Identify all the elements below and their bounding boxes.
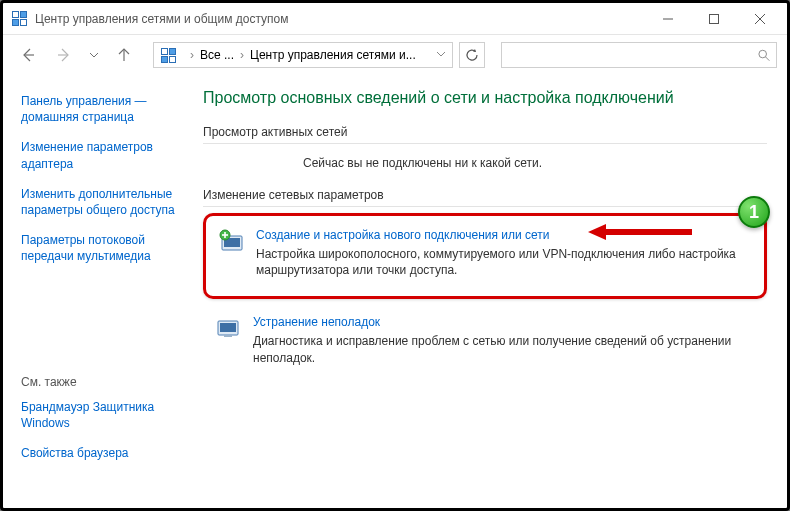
minimize-button[interactable]	[645, 4, 691, 34]
app-icon	[11, 11, 27, 27]
sidebar-link-media[interactable]: Параметры потоковой передачи мультимедиа	[21, 232, 193, 264]
window-title: Центр управления сетями и общим доступом	[35, 12, 645, 26]
forward-button[interactable]	[49, 40, 79, 70]
breadcrumb-root[interactable]: Все ...	[200, 48, 234, 62]
main-panel: Просмотр основных сведений о сети и наст…	[203, 75, 787, 508]
svg-line-2	[755, 14, 765, 24]
maximize-button[interactable]	[691, 4, 737, 34]
new-connection-desc: Настройка широкополосного, коммутируемог…	[256, 246, 752, 278]
troubleshoot-desc: Диагностика и исправление проблем с сеть…	[253, 333, 763, 365]
sidebar-link-firewall[interactable]: Брандмауэр Защитника Windows	[21, 399, 193, 431]
sidebar-link-browser[interactable]: Свойства браузера	[21, 445, 193, 461]
toolbar: › Все ... › Центр управления сетями и...	[3, 35, 787, 75]
annotation-highlight: 1 Соз	[203, 213, 767, 299]
sidebar-link-adapter[interactable]: Изменение параметров адаптера	[21, 139, 193, 171]
no-network-text: Сейчас вы не подключены ни к какой сети.	[203, 150, 767, 188]
troubleshoot-icon	[215, 315, 243, 365]
search-box[interactable]	[501, 42, 777, 68]
sidebar-link-home[interactable]: Панель управления — домашняя страница	[21, 93, 193, 125]
search-icon	[757, 48, 770, 62]
svg-point-7	[759, 50, 767, 58]
refresh-button[interactable]	[459, 42, 485, 68]
back-button[interactable]	[13, 40, 43, 70]
svg-line-3	[755, 14, 765, 24]
up-button[interactable]	[109, 40, 139, 70]
close-button[interactable]	[737, 4, 783, 34]
chevron-right-icon: ›	[240, 48, 244, 62]
svg-rect-16	[220, 323, 236, 332]
annotation-badge: 1	[738, 196, 770, 228]
window-frame: Центр управления сетями и общим доступом…	[0, 0, 790, 511]
see-also-label: См. также	[21, 375, 193, 389]
svg-rect-17	[224, 335, 232, 337]
new-connection-icon	[218, 228, 246, 278]
active-networks-label: Просмотр активных сетей	[203, 125, 767, 144]
svg-rect-1	[710, 14, 719, 23]
address-bar[interactable]: › Все ... › Центр управления сетями и...	[153, 42, 453, 68]
address-icon	[160, 47, 176, 63]
recent-dropdown[interactable]	[85, 40, 103, 70]
page-heading: Просмотр основных сведений о сети и наст…	[203, 89, 767, 107]
title-bar: Центр управления сетями и общим доступом	[3, 3, 787, 35]
change-params-label: Изменение сетевых параметров	[203, 188, 767, 207]
sidebar: Панель управления — домашняя страница Из…	[3, 75, 203, 508]
search-input[interactable]	[508, 48, 757, 62]
troubleshoot-link[interactable]: Устранение неполадок	[253, 315, 763, 329]
chevron-right-icon: ›	[190, 48, 194, 62]
new-connection-link[interactable]: Создание и настройка нового подключения …	[256, 228, 752, 242]
breadcrumb-current[interactable]: Центр управления сетями и...	[250, 48, 416, 62]
sidebar-link-sharing[interactable]: Изменить дополнительные параметры общего…	[21, 186, 193, 218]
svg-line-8	[765, 57, 769, 61]
chevron-down-icon[interactable]	[436, 48, 446, 62]
